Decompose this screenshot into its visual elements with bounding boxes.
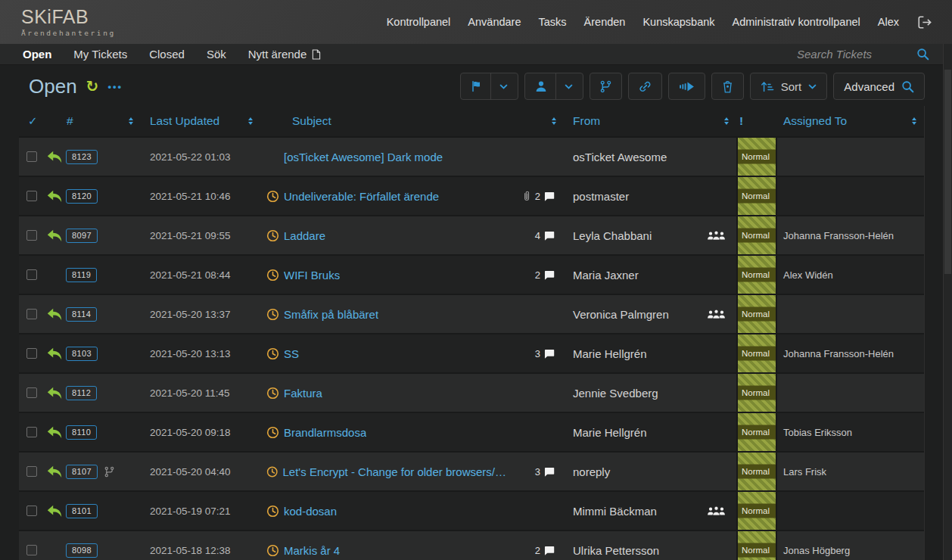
- row-checkbox[interactable]: [26, 230, 37, 241]
- nav-kunskapsbank[interactable]: Kunskapsbank: [642, 16, 714, 28]
- from-name: Marie Hellgrén: [573, 347, 647, 360]
- subject-link[interactable]: Markis år 4: [284, 544, 340, 557]
- column-header-subject[interactable]: Subject: [260, 106, 564, 136]
- search-submit-button[interactable]: [916, 48, 929, 61]
- tab-my-tickets[interactable]: My Tickets: [73, 48, 127, 61]
- subject-link[interactable]: Småfix på blåbäret: [284, 308, 378, 321]
- nav-anvandare[interactable]: Användare: [468, 16, 521, 28]
- sort-caret-icon[interactable]: [248, 117, 253, 126]
- row-checkbox[interactable]: [26, 545, 37, 555]
- subject-cell: Let's Encrypt - Change for older browser…: [260, 465, 564, 478]
- column-header-from[interactable]: From: [564, 106, 736, 136]
- priority-cell: Normal: [736, 453, 777, 490]
- select-all-header[interactable]: ✓: [19, 106, 46, 136]
- app-window: SKiFAB Ärendehantering Kontrollpanel Anv…: [0, 0, 952, 560]
- ticket-row[interactable]: 8114 2021-05-20 13:37 Småfix på blåbäret…: [19, 294, 924, 333]
- ticket-row[interactable]: 8110 2021-05-20 09:18 Brandlarmsdosa Mar…: [19, 412, 924, 451]
- tab-closed[interactable]: Closed: [149, 48, 185, 61]
- search-input[interactable]: [795, 47, 909, 61]
- priority-label: Normal: [738, 425, 776, 440]
- priority-label: Normal: [738, 189, 776, 204]
- ticket-number-badge: 8101: [66, 504, 98, 518]
- priority-cell: Normal: [736, 374, 777, 412]
- sort-caret-icon[interactable]: [724, 117, 729, 126]
- column-header-last-updated[interactable]: Last Updated: [141, 106, 260, 136]
- row-checkbox[interactable]: [26, 191, 37, 201]
- ticket-number-cell: 8098: [66, 543, 141, 558]
- row-checkbox-cell: [19, 269, 46, 280]
- logout-button[interactable]: [918, 16, 932, 29]
- sort-button[interactable]: Sort: [750, 73, 828, 100]
- flag-icon: [471, 80, 482, 92]
- sort-caret-icon[interactable]: [129, 117, 133, 126]
- subject-link[interactable]: Undeliverable: Förfallet ärende: [284, 190, 439, 203]
- tab-open[interactable]: Open: [23, 48, 51, 61]
- ticket-row[interactable]: 8101 2021-05-19 07:21 kod-dosan Mimmi Bä…: [19, 490, 924, 530]
- flag-button[interactable]: [460, 73, 518, 100]
- nav-kontrollpanel[interactable]: Kontrollpanel: [387, 16, 451, 28]
- thread-bubble-icon: [544, 349, 555, 359]
- scrollbar-thumb[interactable]: [944, 70, 951, 274]
- sort-caret-icon[interactable]: [912, 117, 916, 126]
- nav-arenden[interactable]: Ärenden: [584, 16, 626, 28]
- ticket-row[interactable]: 8098 2021-05-18 12:38 Markis år 4 2 Ulri…: [19, 530, 924, 560]
- row-checkbox[interactable]: [26, 427, 37, 437]
- more-options-icon[interactable]: •••: [107, 81, 123, 92]
- row-checkbox[interactable]: [26, 309, 37, 319]
- chevron-down-icon[interactable]: [565, 84, 573, 89]
- subject-link[interactable]: Faktura: [284, 387, 322, 400]
- ticket-row[interactable]: 8119 2021-05-21 08:44 WIFI Bruks 2 Maria…: [19, 254, 924, 294]
- subject-cell: SS 3: [260, 347, 564, 360]
- row-checkbox[interactable]: [26, 348, 37, 359]
- reply-arrow-icon: [47, 347, 62, 360]
- window-scrollbar[interactable]: [943, 44, 952, 560]
- thread-meta: [521, 151, 555, 163]
- queue-tabbar: Open My Tickets Closed Sök Nytt ärende: [0, 44, 952, 65]
- priority-label: Normal: [738, 465, 776, 479]
- sort-label: Sort: [781, 80, 802, 93]
- advanced-label: Advanced: [844, 80, 894, 93]
- subject-link[interactable]: kod-dosan: [284, 505, 337, 518]
- subject-link[interactable]: WIFI Bruks: [284, 269, 340, 282]
- subject-link[interactable]: Laddare: [284, 229, 325, 242]
- row-checkbox[interactable]: [26, 506, 37, 516]
- priority-cell: Normal: [736, 295, 777, 333]
- subject-cell: kod-dosan: [260, 505, 564, 518]
- reply-arrow-icon: [47, 190, 62, 203]
- subject-link[interactable]: Brandlarmsdosa: [284, 426, 366, 439]
- row-checkbox[interactable]: [26, 151, 37, 162]
- row-checkbox[interactable]: [26, 269, 37, 280]
- row-checkbox[interactable]: [26, 466, 37, 477]
- advanced-search-button[interactable]: Advanced: [833, 73, 925, 100]
- link-tickets-button[interactable]: [628, 73, 662, 100]
- column-header-assigned-to[interactable]: Assigned To: [777, 106, 924, 136]
- ticket-row[interactable]: 8107 2021-05-20 04:40 Let's Encrypt - Ch…: [19, 451, 924, 490]
- column-header-priority[interactable]: !: [736, 106, 777, 136]
- row-checkbox[interactable]: [26, 387, 37, 398]
- ticket-row[interactable]: 8112 2021-05-20 11:45 Faktura Jennie Sve…: [19, 372, 924, 412]
- sort-caret-icon[interactable]: [552, 117, 556, 126]
- column-header-number[interactable]: #: [66, 106, 141, 136]
- ticket-row[interactable]: 8120 2021-05-21 10:46 Undeliverable: För…: [19, 176, 924, 215]
- nav-admin-panel[interactable]: Administrativ kontrollpanel: [733, 16, 860, 28]
- ticket-row[interactable]: 8097 2021-05-21 09:55 Laddare 4 Leyla Ch…: [19, 215, 924, 254]
- ticket-row[interactable]: 8103 2021-05-20 13:13 SS 3 Marie Hellgré…: [19, 333, 924, 372]
- from-cell: Maria Jaxner: [564, 269, 736, 282]
- subject-link[interactable]: SS: [284, 347, 299, 360]
- subject-link[interactable]: [osTicket Awesome] Dark mode: [284, 151, 443, 163]
- nav-tasks[interactable]: Tasks: [539, 16, 567, 28]
- subject-link[interactable]: Let's Encrypt - Change for older browser…: [283, 465, 512, 478]
- tab-nytt-arende[interactable]: Nytt ärende: [248, 48, 322, 61]
- delete-button[interactable]: [711, 73, 744, 100]
- transfer-button[interactable]: [668, 73, 705, 100]
- new-ticket-document-icon: [312, 49, 321, 60]
- ticket-row[interactable]: 8123 2021-05-22 01:03 [osTicket Awesome]…: [19, 136, 924, 176]
- tab-sok[interactable]: Sök: [207, 48, 226, 61]
- merge-tickets-button[interactable]: [590, 73, 622, 100]
- top-nav: Kontrollpanel Användare Tasks Ärenden Ku…: [387, 16, 932, 29]
- nav-user-alex[interactable]: Alex: [878, 16, 899, 28]
- assign-agent-button[interactable]: [524, 73, 583, 100]
- refresh-icon[interactable]: ↻: [86, 79, 99, 94]
- chevron-down-icon[interactable]: [499, 84, 508, 89]
- logo[interactable]: SKiFAB Ärendehantering: [21, 8, 116, 37]
